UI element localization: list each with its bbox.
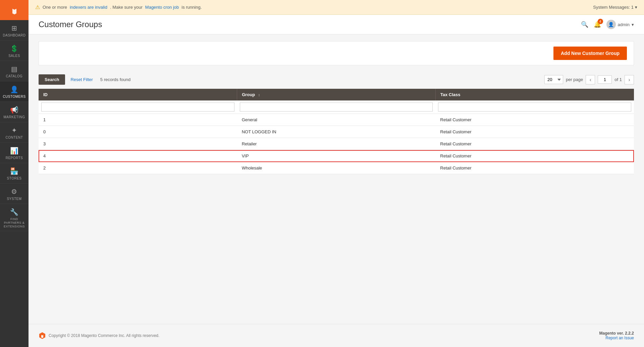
id-filter-cell <box>39 100 237 114</box>
tax-class-filter-input[interactable] <box>438 102 631 112</box>
chevron-down-icon: ▾ <box>635 5 637 10</box>
catalog-icon: ▤ <box>11 65 18 73</box>
system-messages-button[interactable]: System Messages: 1 ▾ <box>593 5 637 10</box>
sidebar-item-label: MARKETING <box>4 115 25 119</box>
sidebar-item-reports[interactable]: 📊 REPORTS <box>0 143 29 163</box>
cell-group: Retailer <box>237 138 436 150</box>
cell-tax-class: Retail Customer <box>435 114 634 126</box>
page-of-label: of 1 <box>614 77 622 82</box>
system-messages-label: System Messages: 1 <box>593 5 634 10</box>
cell-id: 4 <box>39 150 237 162</box>
alert-text-after: is running. <box>181 5 202 10</box>
footer-copyright: Copyright © 2018 Magento Commerce Inc. A… <box>49 333 159 338</box>
stores-icon: 🏪 <box>10 167 19 175</box>
per-page-select[interactable]: 20 30 50 100 <box>544 75 563 84</box>
reports-icon: 📊 <box>10 147 19 155</box>
alert-text-mid: . Make sure your <box>110 5 143 10</box>
reset-filter-button[interactable]: Reset Filter <box>69 74 94 85</box>
report-issue-link[interactable]: Report an Issue <box>599 336 634 340</box>
sidebar-item-customers[interactable]: 👤 CUSTOMERS <box>0 81 29 102</box>
table-row[interactable]: 3 Retailer Retail Customer <box>39 138 634 150</box>
sidebar-item-sales[interactable]: 💲 SALES <box>0 41 29 61</box>
sidebar-item-content[interactable]: ✦ CONTENT <box>0 122 29 143</box>
chevron-down-icon: ▾ <box>632 22 634 27</box>
column-header-tax-class: Tax Class <box>435 89 634 100</box>
search-icon: 🔍 <box>581 21 588 28</box>
content-area: Add New Customer Group Search Reset Filt… <box>29 34 644 324</box>
sales-icon: 💲 <box>10 45 19 53</box>
marketing-icon: 📢 <box>10 106 19 114</box>
dashboard-icon: ⊞ <box>11 24 17 32</box>
header-actions: 🔍 🔔 4 👤 admin ▾ <box>581 20 634 29</box>
group-filter-input[interactable] <box>240 102 433 112</box>
cron-job-link[interactable]: Magento cron job <box>145 5 179 10</box>
content-icon: ✦ <box>11 126 17 134</box>
system-icon: ⚙ <box>11 188 17 196</box>
sidebar-item-label: CATALOG <box>6 74 23 78</box>
table-header-row: ID Group ↕ Tax Class <box>39 89 634 100</box>
search-button[interactable]: Search <box>39 74 65 85</box>
filter-bar: Search Reset Filter 5 records found 20 3… <box>39 70 634 89</box>
admin-label: admin <box>618 22 630 27</box>
pagination: 20 30 50 100 per page ‹ of 1 › <box>544 75 634 84</box>
page-number-input[interactable] <box>598 75 612 84</box>
id-filter-input[interactable] <box>41 102 234 112</box>
indexers-link[interactable]: indexers are invalid <box>70 5 107 10</box>
sidebar-item-label: CONTENT <box>6 136 23 140</box>
action-toolbar: Add New Customer Group <box>39 41 634 65</box>
add-new-customer-group-button[interactable]: Add New Customer Group <box>553 47 627 60</box>
magento-logo[interactable] <box>0 0 29 20</box>
alert-banner: ⚠ One or more indexers are invalid . Mak… <box>29 0 644 15</box>
cell-id: 0 <box>39 126 237 138</box>
sidebar-item-label: FIND PARTNERS & EXTENSIONS <box>2 217 27 228</box>
records-count: 5 records found <box>100 77 130 82</box>
cell-tax-class: Retail Customer <box>435 162 634 174</box>
table-row[interactable]: 2 Wholesale Retail Customer <box>39 162 634 174</box>
table-row[interactable]: 1 General Retail Customer <box>39 114 634 126</box>
notifications-button[interactable]: 🔔 4 <box>594 21 601 28</box>
filter-input-row <box>39 100 634 114</box>
sidebar-item-system[interactable]: ⚙ SYSTEM <box>0 184 29 204</box>
find-partners-icon: 🔧 <box>10 208 19 216</box>
sidebar-item-stores[interactable]: 🏪 STORES <box>0 163 29 184</box>
prev-page-button[interactable]: ‹ <box>586 75 595 84</box>
cell-id: 3 <box>39 138 237 150</box>
cell-tax-class: Retail Customer <box>435 138 634 150</box>
cell-group: NOT LOGGED IN <box>237 126 436 138</box>
customers-icon: 👤 <box>10 85 19 93</box>
sidebar-item-label: DASHBOARD <box>3 33 26 38</box>
column-header-group[interactable]: Group ↕ <box>237 89 436 100</box>
admin-user-menu[interactable]: 👤 admin ▾ <box>606 20 634 29</box>
cell-tax-class: Retail Customer <box>435 150 634 162</box>
magento-version: Magento ver. 2.2.2 <box>599 331 634 336</box>
column-header-id: ID <box>39 89 237 100</box>
page-footer: Copyright © 2018 Magento Commerce Inc. A… <box>29 324 644 347</box>
sidebar-item-marketing[interactable]: 📢 MARKETING <box>0 102 29 122</box>
footer-logo: Copyright © 2018 Magento Commerce Inc. A… <box>39 332 159 339</box>
search-button[interactable]: 🔍 <box>581 21 588 28</box>
cell-group: VIP <box>237 150 436 162</box>
table-row-highlighted[interactable]: 4 VIP Retail Customer <box>39 150 634 162</box>
sidebar-item-label: SYSTEM <box>7 197 21 201</box>
sidebar-item-find-partners[interactable]: 🔧 FIND PARTNERS & EXTENSIONS <box>0 204 29 231</box>
next-page-button[interactable]: › <box>625 75 634 84</box>
warning-icon: ⚠ <box>35 4 40 10</box>
alert-text-before: One or more <box>43 5 67 10</box>
customer-groups-table: ID Group ↕ Tax Class <box>39 89 634 174</box>
magento-footer-logo <box>39 332 46 339</box>
sidebar-item-label: REPORTS <box>6 156 23 160</box>
page-title: Customer Groups <box>39 20 102 29</box>
sidebar-item-catalog[interactable]: ▤ CATALOG <box>0 61 29 81</box>
page-header: Customer Groups 🔍 🔔 4 👤 admin ▾ <box>29 15 644 34</box>
per-page-label: per page <box>566 77 583 82</box>
cell-id: 2 <box>39 162 237 174</box>
sidebar-item-label: STORES <box>7 177 22 181</box>
alert-message: ⚠ One or more indexers are invalid . Mak… <box>35 4 202 10</box>
cell-group: Wholesale <box>237 162 436 174</box>
sidebar-item-dashboard[interactable]: ⊞ DASHBOARD <box>0 20 29 41</box>
table-row[interactable]: 0 NOT LOGGED IN Retail Customer <box>39 126 634 138</box>
sidebar-item-label: CUSTOMERS <box>3 95 25 99</box>
sidebar: ⊞ DASHBOARD 💲 SALES ▤ CATALOG 👤 CUSTOMER… <box>0 0 29 347</box>
cell-tax-class: Retail Customer <box>435 126 634 138</box>
group-filter-cell <box>237 100 436 114</box>
